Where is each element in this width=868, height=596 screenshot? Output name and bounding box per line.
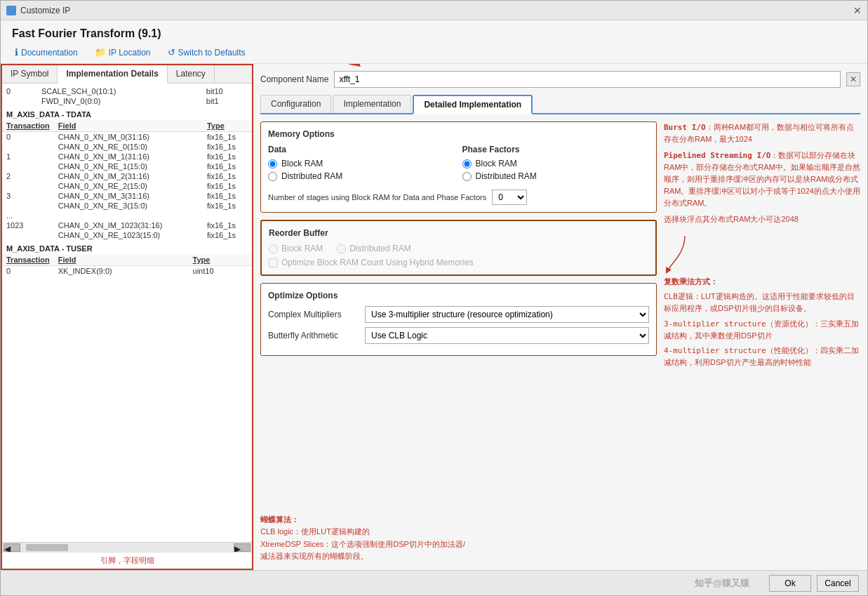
cancel-button[interactable]: Cancel — [817, 575, 859, 592]
reorder-buffer-section: Reorder Buffer Block RAM Distributed RAM — [260, 220, 657, 276]
tab-implementation[interactable]: Implementation — [333, 95, 411, 113]
data-block-ram-radio[interactable] — [268, 159, 277, 168]
butterfly-row: Butterfly Arithmetic Use CLB Logic Use X… — [268, 327, 649, 344]
burst-io-note: Burst I/O：两种RAM都可用，数据与相位可将所有点存在分布RAM，最大1… — [664, 121, 860, 145]
burst-io-code: Burst I/O — [664, 123, 706, 132]
tab-detailed-implementation[interactable]: Detailed Implementation — [413, 95, 533, 114]
clb-logic-note: CLB逻辑：LUT逻辑构造的。这适用于性能要求较低的目标应用程序，或DSP切片很… — [664, 291, 860, 314]
reorder-block-ram-label: Block RAM — [281, 244, 323, 253]
scroll-left-btn[interactable]: ◀ — [4, 543, 20, 552]
right-annotations: Burst I/O：两种RAM都可用，数据与相位可将所有点存在分布RAM，最大1… — [664, 121, 860, 510]
title-bar-left: Customize IP — [6, 6, 70, 15]
table-row: 0 CHAN_0_XN_IM_0(31:16) fix16_1s — [2, 132, 252, 143]
data-header: Data — [268, 145, 455, 154]
col-field2[interactable]: Field — [54, 254, 189, 266]
col-transaction[interactable]: Transaction — [2, 120, 54, 132]
data-block-ram-label: Block RAM — [281, 159, 323, 168]
clb-logic-butterfly: CLB logic：使用LUT逻辑构建的 — [260, 526, 860, 538]
app-title: Fast Fourier Transform (9.1) — [12, 27, 856, 40]
watermark: 知乎@猿又猿 — [695, 577, 749, 590]
table-header-row: Transaction Field Type — [2, 120, 252, 132]
refresh-icon: ↺ — [168, 47, 175, 58]
phase-header: Phase Factors — [462, 145, 650, 154]
data-distributed-ram-option[interactable]: Distributed RAM — [268, 171, 455, 181]
phase-distributed-ram-option[interactable]: Distributed RAM — [462, 171, 650, 181]
tab-latency[interactable]: Latency — [168, 65, 215, 83]
phase-block-ram-radio[interactable] — [462, 159, 472, 168]
scroll-right-btn[interactable]: ▶ — [234, 543, 251, 552]
complex-mult-select[interactable]: Use 3-multiplier structure (resource opt… — [365, 306, 649, 323]
col-type2[interactable]: Type — [189, 254, 252, 266]
optimize-block-ram-checkbox — [269, 258, 278, 267]
pipelined-note: Pipelined Streaming I/O：数据可以部分存储在块RAM中，部… — [664, 150, 860, 209]
toolbar: ℹ Documentation 📁 IP Location ↺ Switch t… — [12, 46, 856, 59]
table-row: 1 CHAN_0_XN_IM_1(31:16) fix16_1s — [2, 152, 252, 161]
phase-block-ram-option[interactable]: Block RAM — [462, 159, 650, 168]
optimize-block-ram-label: Optimize Block RAM Count Using Hybrid Me… — [281, 258, 473, 267]
tab-ip-symbol[interactable]: IP Symbol — [2, 65, 58, 83]
optimize-options-section: Optimize Options Complex Multipliers Use… — [260, 283, 657, 356]
info-icon: ℹ — [15, 47, 18, 58]
reorder-radio-row: Block RAM Distributed RAM — [269, 244, 648, 253]
right-panel: 查看延迟 Component Name ✕ Configuration — [253, 64, 867, 570]
table-row: 2 CHAN_0_XN_IM_2(31:16) fix16_1s — [2, 171, 252, 181]
stages-select[interactable]: 0 1 2 — [492, 190, 527, 205]
app-icon — [6, 6, 16, 15]
arrow-down-svg — [664, 232, 706, 274]
complex-mult-label: Complex Multipliers — [268, 310, 359, 319]
component-name-input[interactable] — [334, 71, 841, 88]
phase-distributed-ram-radio[interactable] — [462, 172, 472, 181]
window-title: Customize IP — [20, 6, 70, 15]
col-type[interactable]: Type — [203, 120, 252, 132]
memory-grid: Data Block RAM Distributed RAM — [268, 145, 649, 184]
tab-implementation-details[interactable]: Implementation Details — [58, 65, 167, 84]
ok-button[interactable]: Ok — [769, 575, 811, 592]
section-header-tdata: M_AXIS_DATA - TDATA — [2, 106, 252, 120]
documentation-button[interactable]: ℹ Documentation — [12, 46, 81, 59]
tab-configuration[interactable]: Configuration — [260, 95, 331, 113]
table-row: CHAN_0_XN_RE_1023(15:0) fix16_1s — [2, 230, 252, 240]
ip-location-button[interactable]: 📁 IP Location — [92, 46, 154, 59]
phase-distributed-ram-label: Distributed RAM — [476, 171, 537, 181]
reorder-distributed-ram-radio — [337, 244, 346, 253]
float-note: 选择块浮点其分布式RAM大小可达2048 — [664, 213, 860, 225]
tabs-bar: IP Symbol Implementation Details Latency — [2, 65, 252, 84]
table-row: 0 XK_INDEX(9:0) uint10 — [2, 266, 252, 277]
col-field[interactable]: Field — [54, 120, 203, 132]
component-clear-button[interactable]: ✕ — [846, 72, 860, 86]
butterfly-title: 蝴蝶算法： — [260, 514, 860, 527]
config-tabs: Configuration Implementation Detailed Im… — [260, 95, 860, 114]
data-distributed-ram-label: Distributed RAM — [281, 171, 342, 181]
table-row: 1023 CHAN_0_XN_IM_1023(31:16) fix16_1s — [2, 220, 252, 230]
table-row: ... — [2, 211, 252, 220]
window: Customize IP ✕ Fast Fourier Transform (9… — [0, 0, 868, 596]
complex-mult-title: 复数乘法方式： — [664, 276, 860, 288]
component-name-label: Component Name — [260, 74, 328, 84]
left-panel: IP Symbol Implementation Details Latency… — [1, 64, 253, 570]
close-button[interactable]: ✕ — [853, 5, 862, 16]
col-transaction2[interactable]: Transaction — [2, 254, 54, 266]
xtreme-dsp-note: XtremeDSP Slices：这个选项强制使用DSP切片中的加法器/减法器来… — [260, 538, 860, 563]
data-block-ram-option[interactable]: Block RAM — [268, 159, 455, 168]
content-area: Memory Options Data Block RAM D — [260, 121, 657, 510]
memory-options-section: Memory Options Data Block RAM D — [260, 121, 657, 213]
scroll-thumb[interactable] — [26, 544, 68, 551]
title-bar: Customize IP ✕ — [1, 1, 867, 20]
data-distributed-ram-radio[interactable] — [268, 172, 277, 181]
butterfly-select[interactable]: Use CLB Logic Use XtremeDSP Slices — [365, 327, 649, 344]
three-mult-note: 3-multiplier structure（资源优化）：三实乘五加减结构，其中… — [664, 318, 860, 342]
table-row: FWD_INV_0(0:0) bit1 — [2, 96, 252, 106]
four-mult-note: 4-multiplier structure（性能优化）：四实乘二加减结构，利用… — [664, 345, 860, 369]
phase-column: Phase Factors Block RAM Distributed RAM — [462, 145, 650, 184]
table-row: CHAN_0_XN_RE_0(15:0) fix16_1s — [2, 142, 252, 152]
data-column: Data Block RAM Distributed RAM — [268, 145, 455, 184]
ip-location-label: IP Location — [109, 48, 151, 58]
phase-block-ram-label: Block RAM — [476, 159, 517, 168]
table-row: CHAN_0_XN_RE_2(15:0) fix16_1s — [2, 181, 252, 191]
horizontal-scrollbar[interactable]: ◀ ▶ — [2, 542, 252, 552]
switch-defaults-button[interactable]: ↺ Switch to Defaults — [165, 46, 248, 59]
stages-label: Number of stages using Block RAM for Dat… — [268, 193, 486, 201]
folder-icon: 📁 — [95, 47, 106, 58]
header: Fast Fourier Transform (9.1) ℹ Documenta… — [1, 20, 867, 64]
table-header-row: Transaction Field Type — [2, 254, 252, 266]
